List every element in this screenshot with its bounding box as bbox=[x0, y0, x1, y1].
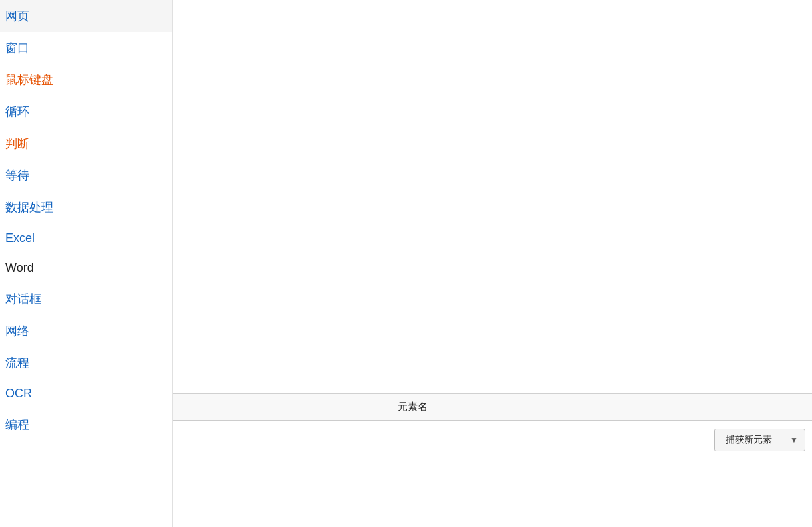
sidebar-item-word[interactable]: Word bbox=[0, 253, 172, 283]
top-panel bbox=[173, 0, 812, 394]
sidebar-item-mouse-keyboard[interactable]: 鼠标键盘 bbox=[0, 64, 172, 96]
sidebar-item-loop[interactable]: 循环 bbox=[0, 96, 172, 128]
sidebar-item-wait[interactable]: 等待 bbox=[0, 159, 172, 191]
sidebar-item-ocr[interactable]: OCR bbox=[0, 379, 172, 409]
sidebar-item-excel[interactable]: Excel bbox=[0, 223, 172, 253]
sidebar-item-webpage[interactable]: 网页 bbox=[0, 0, 172, 32]
table-action-cell: 捕获新元素 ▼ bbox=[652, 421, 812, 527]
sidebar-item-dialog[interactable]: 对话框 bbox=[0, 283, 172, 315]
main-area: 元素名 捕获新元素 ▼ bbox=[173, 0, 812, 527]
table-body: 捕获新元素 ▼ bbox=[173, 421, 812, 527]
column-element-name: 元素名 bbox=[173, 394, 652, 420]
sidebar-item-flow[interactable]: 流程 bbox=[0, 347, 172, 379]
capture-button-arrow-icon[interactable]: ▼ bbox=[783, 431, 805, 449]
sidebar: 网页窗口鼠标键盘循环判断等待数据处理ExcelWord对话框网络流程OCR编程 bbox=[0, 0, 173, 527]
capture-button-label: 捕获新元素 bbox=[715, 429, 783, 451]
column-action bbox=[652, 394, 812, 420]
table-header: 元素名 bbox=[173, 394, 812, 421]
bottom-panel: 元素名 捕获新元素 ▼ bbox=[173, 394, 812, 527]
capture-new-element-button[interactable]: 捕获新元素 ▼ bbox=[714, 429, 805, 451]
table-data-element-name bbox=[173, 421, 652, 527]
sidebar-item-programming[interactable]: 编程 bbox=[0, 409, 172, 441]
sidebar-item-network[interactable]: 网络 bbox=[0, 315, 172, 347]
sidebar-item-window[interactable]: 窗口 bbox=[0, 32, 172, 64]
sidebar-item-data-processing[interactable]: 数据处理 bbox=[0, 191, 172, 223]
sidebar-item-condition[interactable]: 判断 bbox=[0, 128, 172, 159]
